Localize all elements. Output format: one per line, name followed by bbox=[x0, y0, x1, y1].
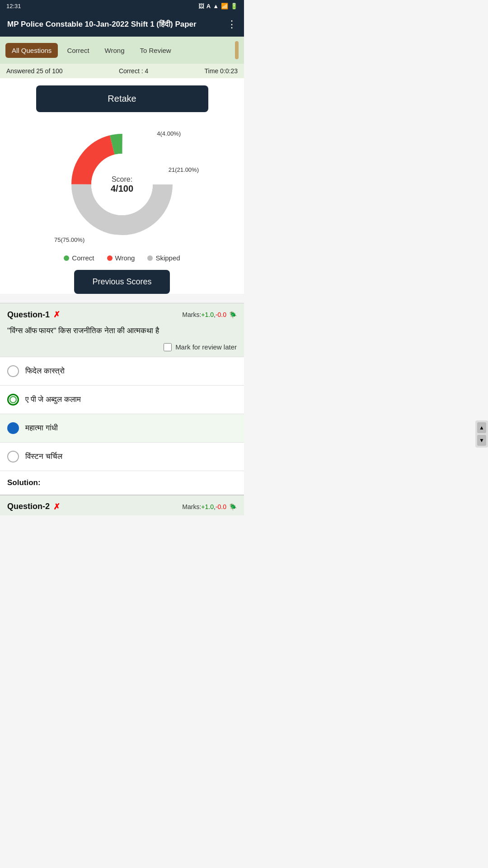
question-1-marks: Marks:+1.0,-0.0 🪲 bbox=[182, 311, 237, 318]
wrong-dot bbox=[107, 255, 113, 261]
question-1-number: Question-1 ✗ bbox=[7, 310, 60, 320]
legend-skipped: Skipped bbox=[147, 254, 180, 262]
solution-label-q1: Solution: bbox=[7, 478, 41, 487]
skipped-label: 75(75.00%) bbox=[54, 236, 84, 243]
option-q1-2[interactable]: ए पी जे अब्दुल कलाम bbox=[0, 385, 244, 414]
bug-icon-q2: 🪲 bbox=[229, 503, 237, 510]
radio-q1-3-selected bbox=[7, 422, 19, 434]
legend-wrong-label: Wrong bbox=[115, 254, 135, 262]
wrong-icon-q1: ✗ bbox=[53, 310, 60, 320]
status-icons: 🖼 A ▲ 📶 🔋 bbox=[198, 3, 238, 9]
donut-chart: Score: 4/100 4(4.00%) 21(21.00%) 75(75.0… bbox=[59, 121, 185, 248]
tab-correct[interactable]: Correct bbox=[61, 43, 95, 58]
option-q1-4[interactable]: विंस्टन चर्चिल bbox=[0, 442, 244, 471]
menu-icon[interactable]: ⋮ bbox=[222, 19, 237, 30]
svg-point-0 bbox=[10, 396, 16, 403]
question-1-text: "विंग्स ऑफ फायर" किस राजनीतिक नेता की आत… bbox=[0, 323, 244, 343]
previous-scores-button[interactable]: Previous Scores bbox=[74, 270, 169, 294]
signal-icon: 📶 bbox=[221, 3, 228, 9]
marks-label-q2: Marks:+1.0,-0.0 bbox=[182, 503, 226, 510]
question-2-marks: Marks:+1.0,-0.0 🪲 bbox=[182, 503, 237, 510]
main-content: Retake Score: 4/100 bbox=[0, 78, 244, 294]
radio-q1-4 bbox=[7, 451, 19, 462]
image-icon: 🖼 bbox=[198, 3, 204, 9]
option-text-q1-4: विंस्टन चर्चिल bbox=[25, 452, 62, 461]
chart-container: Score: 4/100 4(4.00%) 21(21.00%) 75(75.0… bbox=[7, 121, 237, 248]
a-icon: A bbox=[206, 3, 211, 9]
mark-review-q1: Mark for review later bbox=[0, 343, 244, 357]
correct-dot bbox=[64, 255, 69, 261]
top-bar: MP Police Constable 10-Jan-2022 Shift 1 … bbox=[0, 12, 244, 37]
tab-to-review[interactable]: To Review bbox=[133, 43, 177, 58]
correct-count: Correct : 4 bbox=[119, 67, 148, 75]
question-1-section: Question-1 ✗ Marks:+1.0,-0.0 🪲 "विंग्स ऑ… bbox=[0, 303, 244, 357]
legend-correct: Correct bbox=[64, 254, 94, 262]
donut-center-text: Score: 4/100 bbox=[111, 175, 133, 194]
status-bar: 12:31 🖼 A ▲ 📶 🔋 bbox=[0, 0, 244, 12]
answered-count: Answered 25 of 100 bbox=[6, 67, 63, 75]
question-1-header: Question-1 ✗ Marks:+1.0,-0.0 🪲 bbox=[0, 303, 244, 323]
tab-row: All Questions Correct Wrong To Review bbox=[0, 37, 244, 64]
correct-label: 4(4.00%) bbox=[157, 130, 181, 137]
tab-all-questions[interactable]: All Questions bbox=[5, 43, 58, 58]
score-bar: Answered 25 of 100 Correct : 4 Time 0:0:… bbox=[0, 64, 244, 78]
radio-q1-2-correct bbox=[7, 394, 19, 406]
wifi-icon: ▲ bbox=[213, 3, 219, 9]
question-2-number: Question-2 ✗ bbox=[7, 502, 60, 512]
tab-wrong[interactable]: Wrong bbox=[99, 43, 131, 58]
solution-section-q1: Solution: bbox=[0, 471, 244, 495]
score-value: 4/100 bbox=[111, 184, 133, 194]
tab-scroll-indicator bbox=[235, 41, 239, 59]
wrong-label: 21(21.00%) bbox=[169, 166, 199, 173]
correct-check-icon bbox=[9, 396, 17, 403]
score-label: Score: bbox=[111, 175, 133, 184]
option-q1-3[interactable]: महात्मा गांधी bbox=[0, 414, 244, 442]
time-display: Time 0:0:23 bbox=[205, 67, 238, 75]
mark-review-label-q1: Mark for review later bbox=[175, 343, 237, 351]
chart-legend: Correct Wrong Skipped bbox=[7, 254, 237, 262]
legend-correct-label: Correct bbox=[72, 254, 94, 262]
bug-icon-q1: 🪲 bbox=[229, 311, 237, 318]
option-text-q1-3: महात्मा गांधी bbox=[25, 424, 58, 433]
question-2-header: Question-2 ✗ Marks:+1.0,-0.0 🪲 bbox=[0, 495, 244, 515]
legend-wrong: Wrong bbox=[107, 254, 135, 262]
marks-label-q1: Marks:+1.0,-0.0 bbox=[182, 311, 226, 318]
retake-button[interactable]: Retake bbox=[36, 85, 208, 112]
status-time: 12:31 bbox=[6, 3, 21, 9]
page-title: MP Police Constable 10-Jan-2022 Shift 1 … bbox=[7, 20, 222, 29]
battery-icon: 🔋 bbox=[230, 3, 238, 9]
option-q1-1[interactable]: फिदेल कास्त्रो bbox=[0, 357, 244, 385]
mark-review-checkbox-q1[interactable] bbox=[164, 343, 172, 351]
option-text-q1-1: फिदेल कास्त्रो bbox=[25, 367, 65, 376]
radio-q1-1 bbox=[7, 365, 19, 377]
skipped-dot bbox=[147, 255, 153, 261]
option-text-q1-2: ए पी जे अब्दुल कलाम bbox=[25, 395, 81, 404]
legend-skipped-label: Skipped bbox=[155, 254, 180, 262]
wrong-icon-q2: ✗ bbox=[53, 502, 60, 512]
